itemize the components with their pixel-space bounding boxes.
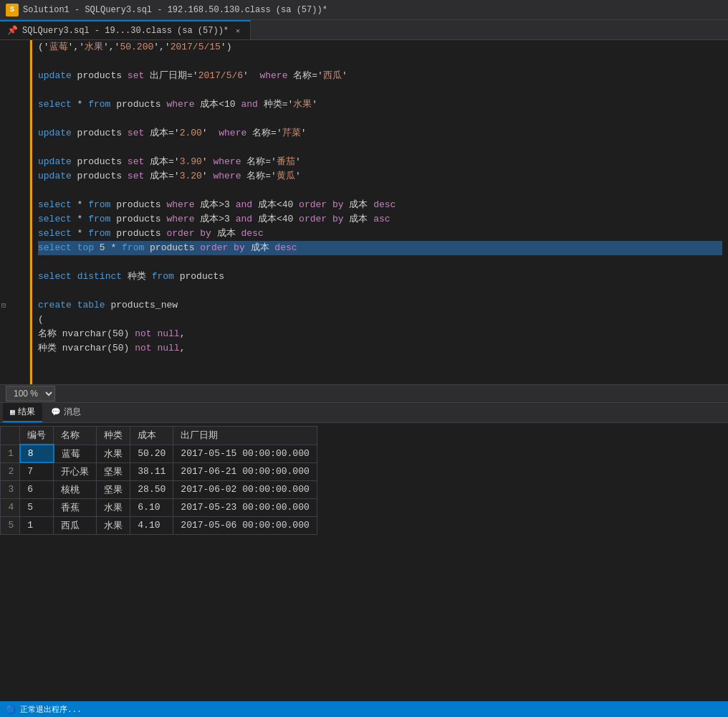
gutter-line — [0, 83, 29, 98]
cell-id[interactable]: 5 — [20, 498, 54, 516]
cell-id[interactable]: 6 — [20, 480, 54, 498]
zoom-dropdown[interactable]: 100 % — [6, 386, 55, 402]
col-header-date[interactable]: 出厂日期 — [173, 427, 317, 445]
table-row[interactable]: 45香蕉水果6.102017-05-23 00:00:00.000 — [1, 498, 317, 516]
gutter-line — [0, 98, 29, 112]
cell-date[interactable]: 2017-05-15 00:00:00.000 — [173, 445, 317, 462]
gutter-collapse[interactable]: ⊟ — [0, 298, 29, 313]
code-line — [38, 112, 722, 126]
gutter-line — [0, 341, 29, 356]
code-line-highlighted: select top 5 * from products order by 成本… — [38, 241, 722, 255]
gutter-line — [0, 241, 29, 255]
title-bar: S Solution1 - SQLQuery3.sql - 192.168.50… — [0, 0, 728, 20]
window-title: Solution1 - SQLQuery3.sql - 192.168.50.1… — [23, 5, 327, 15]
cell-type[interactable]: 水果 — [97, 498, 130, 516]
cell-date[interactable]: 2017-05-23 00:00:00.000 — [173, 498, 317, 516]
gutter-line — [0, 212, 29, 227]
tab-results[interactable]: ▦ 结果 — [3, 403, 42, 422]
table-body: 18蓝莓水果50.202017-05-15 00:00:00.00027开心果坚… — [1, 445, 317, 534]
code-line — [38, 54, 722, 69]
col-header-name[interactable]: 名称 — [54, 427, 97, 445]
row-number: 3 — [1, 480, 20, 498]
row-number: 5 — [1, 516, 20, 534]
cell-date[interactable]: 2017-06-02 00:00:00.000 — [173, 480, 317, 498]
code-line: select * from products where 成本>3 and 成本… — [38, 198, 722, 212]
messages-tab-label: 消息 — [64, 406, 81, 418]
cell-type[interactable]: 水果 — [97, 516, 130, 534]
line-gutter: ⊟ — [0, 40, 30, 384]
gutter-line — [0, 313, 29, 327]
table-row[interactable]: 51西瓜水果4.102017-05-06 00:00:00.000 — [1, 516, 317, 534]
code-line: select distinct 种类 from products — [38, 270, 722, 284]
results-panel: ▦ 结果 💬 消息 编号 名称 种类 成本 出厂日期 18蓝莓水果50. — [0, 403, 728, 538]
cell-name[interactable]: 西瓜 — [54, 516, 97, 534]
cell-cost[interactable]: 38.11 — [130, 462, 173, 480]
cell-name[interactable]: 开心果 — [54, 462, 97, 480]
code-line: update products set 成本='3.90' where 名称='… — [38, 155, 722, 169]
gutter-line — [0, 184, 29, 198]
code-line: create table products_new — [38, 298, 722, 313]
cell-id[interactable]: 7 — [20, 462, 54, 480]
editor-area[interactable]: ⊟ ('蓝莓','水果','50.200','2017/5/15') updat… — [0, 40, 728, 384]
gutter-line — [0, 155, 29, 169]
status-bar: 🔵 正常退出程序... — [0, 701, 728, 717]
zoom-bar: 100 % — [0, 384, 728, 403]
cell-id[interactable]: 8 — [20, 445, 54, 462]
row-number: 1 — [1, 445, 20, 462]
code-line: ( — [38, 313, 722, 327]
cell-type[interactable]: 坚果 — [97, 480, 130, 498]
cell-type[interactable]: 水果 — [97, 445, 130, 462]
tab-close-button[interactable]: ✕ — [233, 26, 243, 36]
cell-cost[interactable]: 50.20 — [130, 445, 173, 462]
cell-name[interactable]: 核桃 — [54, 480, 97, 498]
code-line: ('蓝莓','水果','50.200','2017/5/15') — [38, 40, 722, 54]
code-line: select * from products where 成本>3 and 成本… — [38, 212, 722, 227]
gutter-line — [0, 169, 29, 184]
gutter-line — [0, 270, 29, 284]
cell-name[interactable]: 蓝莓 — [54, 445, 97, 462]
cell-type[interactable]: 坚果 — [97, 462, 130, 480]
cell-name[interactable]: 香蕉 — [54, 498, 97, 516]
table-row[interactable]: 18蓝莓水果50.202017-05-15 00:00:00.000 — [1, 445, 317, 462]
table-row[interactable]: 27开心果坚果38.112017-06-21 00:00:00.000 — [1, 462, 317, 480]
table-row[interactable]: 36核桃坚果28.502017-06-02 00:00:00.000 — [1, 480, 317, 498]
col-header-empty — [1, 427, 20, 445]
gutter-line — [0, 69, 29, 83]
results-table: 编号 名称 种类 成本 出厂日期 18蓝莓水果50.202017-05-15 0… — [0, 426, 317, 535]
gutter-line — [0, 40, 29, 54]
code-line: update products set 出厂日期='2017/5/6' wher… — [38, 69, 722, 83]
tab-messages[interactable]: 💬 消息 — [44, 403, 88, 422]
code-line — [38, 184, 722, 198]
code-line: 名称 nvarchar(50) not null, — [38, 327, 722, 341]
code-line: 种类 nvarchar(50) not null, — [38, 341, 722, 356]
gutter-line — [0, 54, 29, 69]
cell-cost[interactable]: 6.10 — [130, 498, 173, 516]
results-tab-label: 结果 — [18, 406, 35, 418]
code-line: select * from products where 成本<10 and 种… — [38, 98, 722, 112]
cell-date[interactable]: 2017-06-21 00:00:00.000 — [173, 462, 317, 480]
col-header-type[interactable]: 种类 — [97, 427, 130, 445]
code-line — [38, 83, 722, 98]
app-icon: S — [6, 4, 19, 16]
cell-cost[interactable]: 4.10 — [130, 516, 173, 534]
code-line — [38, 255, 722, 270]
code-line — [38, 284, 722, 298]
results-grid-icon: ▦ — [10, 407, 15, 417]
code-line — [38, 141, 722, 155]
results-tabs: ▦ 结果 💬 消息 — [0, 403, 728, 423]
code-editor[interactable]: ('蓝莓','水果','50.200','2017/5/15') update … — [32, 40, 728, 384]
row-number: 4 — [1, 498, 20, 516]
cell-id[interactable]: 1 — [20, 516, 54, 534]
gutter-line — [0, 255, 29, 270]
col-header-cost[interactable]: 成本 — [130, 427, 173, 445]
tab-label: SQLQuery3.sql - 19...30.class (sa (57))* — [22, 26, 229, 36]
cell-date[interactable]: 2017-05-06 00:00:00.000 — [173, 516, 317, 534]
query-tab[interactable]: 📌 SQLQuery3.sql - 19...30.class (sa (57)… — [0, 20, 251, 39]
code-line: update products set 成本='3.20' where 名称='… — [38, 169, 722, 184]
gutter-line — [0, 112, 29, 126]
col-header-id[interactable]: 编号 — [20, 427, 54, 445]
table-header-row: 编号 名称 种类 成本 出厂日期 — [1, 427, 317, 445]
status-message: 正常退出程序... — [20, 704, 82, 715]
cell-cost[interactable]: 28.50 — [130, 480, 173, 498]
gutter-line — [0, 126, 29, 141]
